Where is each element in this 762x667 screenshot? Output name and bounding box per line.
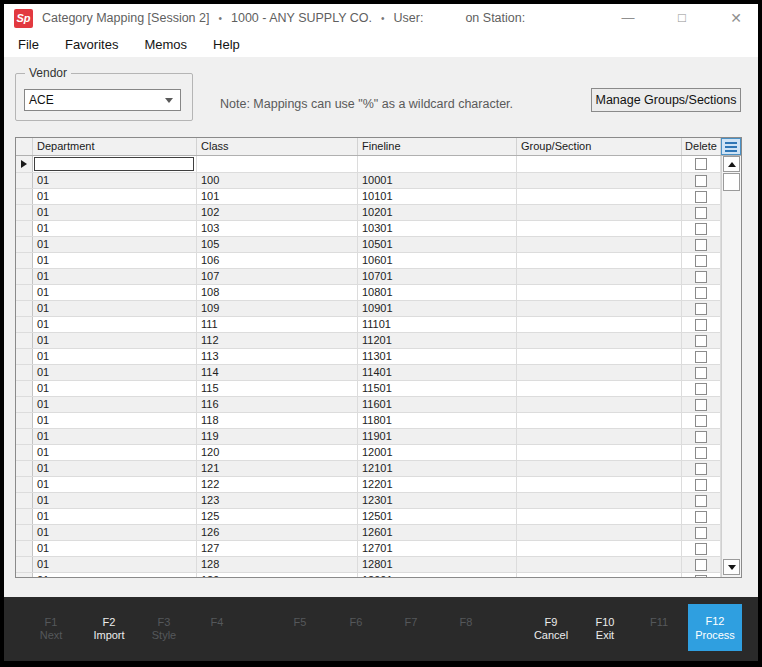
table-row[interactable]: 0110010001 — [16, 173, 721, 189]
table-row[interactable]: 0111311301 — [16, 349, 721, 365]
delete-checkbox[interactable] — [695, 271, 707, 283]
table-row[interactable]: 0112012001 — [16, 445, 721, 461]
delete-checkbox[interactable] — [695, 527, 707, 539]
cell-class[interactable]: 101 — [197, 189, 358, 204]
cell-class[interactable]: 103 — [197, 221, 358, 236]
cell-department[interactable]: 01 — [33, 253, 197, 268]
cell-group-section[interactable] — [517, 493, 682, 508]
delete-checkbox[interactable] — [695, 367, 707, 379]
cell-department[interactable]: 01 — [33, 221, 197, 236]
cell-fineline[interactable] — [358, 156, 517, 172]
header-class[interactable]: Class — [197, 138, 358, 155]
cell-group-section[interactable] — [517, 525, 682, 540]
table-row[interactable]: 0110510501 — [16, 237, 721, 253]
close-button[interactable]: ✕ — [714, 4, 758, 32]
cell-department[interactable]: 01 — [33, 509, 197, 524]
delete-checkbox[interactable] — [695, 287, 707, 299]
cell-class[interactable]: 128 — [197, 557, 358, 572]
table-row[interactable]: 0111111101 — [16, 317, 721, 333]
cell-fineline[interactable]: 11801 — [358, 413, 517, 428]
cell-fineline[interactable]: 11201 — [358, 333, 517, 348]
cell-fineline[interactable]: 11401 — [358, 365, 517, 380]
cell-class[interactable]: 120 — [197, 445, 358, 460]
cell-fineline[interactable]: 11101 — [358, 317, 517, 332]
cell-group-section[interactable] — [517, 189, 682, 204]
cell-class[interactable]: 112 — [197, 333, 358, 348]
cell-fineline[interactable]: 12801 — [358, 557, 517, 572]
cell-department[interactable]: 01 — [33, 189, 197, 204]
table-row[interactable]: 0112312301 — [16, 493, 721, 509]
table-row[interactable]: 0110910901 — [16, 301, 721, 317]
cell-group-section[interactable] — [517, 381, 682, 396]
cell-fineline[interactable]: 11301 — [358, 349, 517, 364]
cell-fineline[interactable]: 12101 — [358, 461, 517, 476]
new-department-input[interactable] — [34, 157, 194, 171]
manage-groups-sections-button[interactable]: Manage Groups/Sections — [591, 88, 741, 112]
cell-department[interactable]: 01 — [33, 445, 197, 460]
cell-fineline[interactable]: 12601 — [358, 525, 517, 540]
cell-class[interactable]: 123 — [197, 493, 358, 508]
delete-checkbox[interactable] — [695, 399, 707, 411]
vendor-select[interactable]: ACE — [24, 89, 181, 111]
cell-fineline[interactable]: 10301 — [358, 221, 517, 236]
cell-class[interactable]: 109 — [197, 301, 358, 316]
delete-checkbox[interactable] — [695, 191, 707, 203]
cell-fineline[interactable]: 10701 — [358, 269, 517, 284]
table-row[interactable]: 0111511501 — [16, 381, 721, 397]
cell-department[interactable]: 01 — [33, 269, 197, 284]
fkey-f10-button[interactable]: F10Exit — [578, 616, 632, 642]
cell-department[interactable]: 01 — [33, 397, 197, 412]
delete-checkbox[interactable] — [695, 415, 707, 427]
cell-fineline[interactable]: 12201 — [358, 477, 517, 492]
cell-fineline[interactable]: 10601 — [358, 253, 517, 268]
delete-checkbox[interactable] — [695, 543, 707, 555]
delete-checkbox[interactable] — [695, 495, 707, 507]
cell-class[interactable]: 106 — [197, 253, 358, 268]
cell-class[interactable]: 102 — [197, 205, 358, 220]
cell-fineline[interactable]: 12301 — [358, 493, 517, 508]
cell-department[interactable]: 01 — [33, 365, 197, 380]
table-row[interactable]: 0112912901 — [16, 573, 721, 577]
delete-checkbox[interactable] — [695, 319, 707, 331]
grid-scrollbar[interactable] — [721, 156, 741, 577]
table-row[interactable]: 0110610601 — [16, 253, 721, 269]
cell-group-section[interactable] — [517, 477, 682, 492]
cell-department[interactable]: 01 — [33, 237, 197, 252]
cell-department[interactable]: 01 — [33, 413, 197, 428]
delete-checkbox[interactable] — [695, 511, 707, 523]
cell-fineline[interactable]: 10801 — [358, 285, 517, 300]
cell-fineline[interactable]: 10501 — [358, 237, 517, 252]
menu-help[interactable]: Help — [200, 37, 253, 52]
cell-class[interactable]: 113 — [197, 349, 358, 364]
cell-department[interactable]: 01 — [33, 429, 197, 444]
header-delete[interactable]: Delete — [682, 138, 721, 155]
cell-class[interactable]: 129 — [197, 573, 358, 577]
maximize-button[interactable]: □ — [660, 4, 704, 32]
delete-checkbox[interactable] — [695, 207, 707, 219]
delete-checkbox[interactable] — [695, 239, 707, 251]
cell-department[interactable]: 01 — [33, 285, 197, 300]
fkey-f9-button[interactable]: F9Cancel — [524, 616, 578, 642]
delete-checkbox[interactable] — [695, 255, 707, 267]
table-row[interactable]: 0112712701 — [16, 541, 721, 557]
cell-department[interactable]: 01 — [33, 477, 197, 492]
cell-fineline[interactable]: 12001 — [358, 445, 517, 460]
menu-memos[interactable]: Memos — [131, 37, 200, 52]
cell-class[interactable]: 114 — [197, 365, 358, 380]
menu-favorites[interactable]: Favorites — [52, 37, 131, 52]
menu-file[interactable]: File — [5, 37, 52, 52]
cell-department[interactable]: 01 — [33, 173, 197, 188]
cell-fineline[interactable]: 11501 — [358, 381, 517, 396]
cell-group-section[interactable] — [517, 173, 682, 188]
table-row[interactable]: 0112212201 — [16, 477, 721, 493]
cell-fineline[interactable]: 11901 — [358, 429, 517, 444]
delete-checkbox[interactable] — [695, 303, 707, 315]
cell-group-section[interactable] — [517, 509, 682, 524]
cell-department[interactable]: 01 — [33, 573, 197, 577]
delete-checkbox[interactable] — [695, 431, 707, 443]
cell-group-section[interactable] — [517, 205, 682, 220]
fkey-f2-button[interactable]: F2Import — [82, 616, 136, 642]
delete-checkbox[interactable] — [695, 559, 707, 571]
cell-department[interactable]: 01 — [33, 333, 197, 348]
cell-group-section[interactable] — [517, 237, 682, 252]
